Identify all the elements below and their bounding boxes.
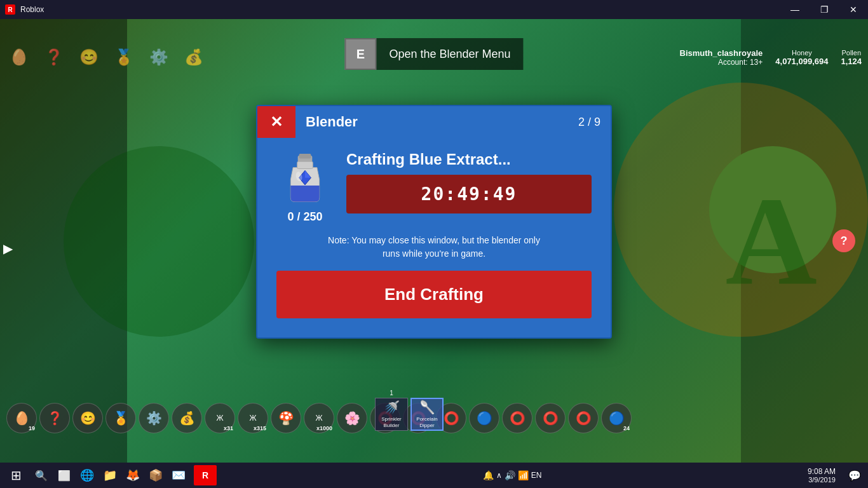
- clock-date: 3/9/2019: [808, 476, 836, 484]
- game-background: A 🥚 ❓ 😊 🏅 ⚙️ 💰 Bismuth_clashroyale Accou…: [0, 19, 868, 463]
- task-view-button[interactable]: ⬜: [54, 465, 74, 485]
- maximize-button[interactable]: ❐: [810, 0, 839, 19]
- mozilla-taskbar[interactable]: 🦊: [123, 465, 143, 485]
- keyboard-icon[interactable]: EN: [531, 471, 542, 480]
- search-taskbar[interactable]: 🔍: [31, 465, 51, 485]
- amazon-taskbar[interactable]: 📦: [146, 465, 166, 485]
- expand-icon[interactable]: ∧: [496, 471, 502, 480]
- title-bar-controls: — ❐ ✕: [780, 0, 868, 19]
- modal-title: Blender: [295, 114, 578, 130]
- mail-taskbar[interactable]: ✉️: [168, 465, 189, 485]
- modal-page-indicator: 2 / 9: [578, 116, 611, 129]
- svg-rect-2: [297, 161, 313, 168]
- blue-extract-bottle-icon: [280, 152, 330, 207]
- windows-taskbar: ⊞ 🔍 ⬜ 🌐 📁 🦊 📦 ✉️ R 🔔 ∧ 🔊 📶 EN 9:08 AM 3/…: [0, 463, 868, 488]
- network-icon[interactable]: 📶: [518, 470, 529, 480]
- edge-taskbar[interactable]: 🌐: [77, 465, 97, 485]
- modal-overlay: ✕ Blender 2 / 9: [0, 19, 868, 463]
- action-center-icon[interactable]: 💬: [844, 465, 865, 485]
- roblox-title-icon: R: [5, 4, 15, 15]
- notification-icon[interactable]: 🔔: [483, 470, 494, 480]
- win-taskbar-content: ⊞ 🔍 ⬜ 🌐 📁 🦊 📦 ✉️ R 🔔 ∧ 🔊 📶 EN 9:08 AM 3/…: [0, 463, 868, 488]
- clock-time: 9:08 AM: [808, 467, 836, 476]
- modal-header: ✕ Blender 2 / 9: [257, 106, 611, 138]
- item-image: [276, 151, 334, 208]
- item-count: 0 / 250: [287, 210, 322, 224]
- start-button[interactable]: ⊞: [3, 463, 29, 488]
- svg-rect-1: [299, 153, 311, 158]
- explorer-taskbar[interactable]: 📁: [100, 465, 120, 485]
- crafting-info: Crafting Blue Extract... 20:49:49: [346, 151, 592, 214]
- close-button[interactable]: ✕: [839, 0, 868, 19]
- crafting-area: 0 / 250 Crafting Blue Extract... 20:49:4…: [276, 151, 592, 224]
- volume-icon[interactable]: 🔊: [505, 470, 515, 480]
- crafting-timer-bar: 20:49:49: [346, 175, 592, 214]
- modal-body: 0 / 250 Crafting Blue Extract... 20:49:4…: [257, 138, 611, 337]
- minimize-button[interactable]: —: [780, 0, 810, 19]
- system-tray: 🔔 ∧ 🔊 📶 EN: [483, 470, 542, 480]
- crafting-item-name: Crafting Blue Extract...: [346, 151, 592, 168]
- system-clock[interactable]: 9:08 AM 3/9/2019: [808, 467, 842, 484]
- crafting-note: Note: You may close this window, but the…: [276, 234, 592, 261]
- crafting-timer: 20:49:49: [359, 184, 579, 205]
- blender-modal: ✕ Blender 2 / 9: [256, 105, 612, 339]
- end-crafting-button[interactable]: End Crafting: [276, 271, 592, 318]
- title-bar-title: Roblox: [20, 5, 44, 14]
- title-bar-left: R Roblox: [0, 4, 44, 15]
- modal-close-button[interactable]: ✕: [257, 106, 295, 138]
- title-bar: R Roblox — ❐ ✕: [0, 0, 868, 19]
- roblox-taskbar[interactable]: R: [194, 465, 217, 485]
- item-display: 0 / 250: [276, 151, 334, 224]
